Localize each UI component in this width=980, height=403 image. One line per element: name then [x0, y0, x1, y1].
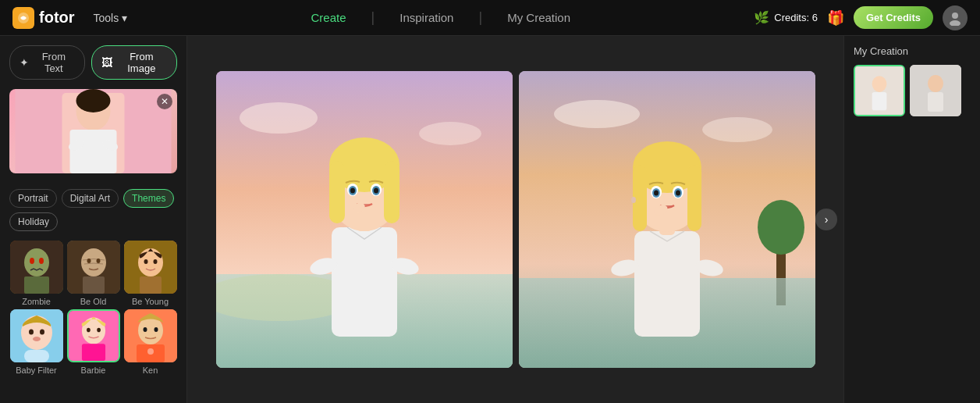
logo-text: fotor — [39, 9, 75, 27]
baby-label: Baby Filter — [16, 366, 57, 375]
content-area: › — [187, 36, 843, 403]
upload-area[interactable]: ✕ — [9, 89, 177, 173]
svg-point-22 — [144, 259, 147, 264]
mini-thumb-2[interactable] — [910, 65, 961, 116]
svg-point-38 — [143, 327, 147, 332]
result-image-2[interactable] — [519, 71, 815, 368]
svg-rect-14 — [24, 276, 49, 294]
upload-preview: ✕ — [9, 89, 177, 173]
credits-badge: 🌿 Credits: 6 — [754, 10, 818, 25]
svg-point-11 — [24, 248, 49, 276]
nav-my-creation[interactable]: My Creation — [507, 9, 570, 26]
svg-point-28 — [40, 330, 44, 335]
leaf-icon: 🌿 — [754, 10, 769, 25]
theme-baby[interactable]: Baby Filter — [9, 309, 63, 375]
svg-point-66 — [758, 200, 804, 255]
tools-button[interactable]: Tools ▾ — [94, 12, 128, 24]
svg-point-13 — [39, 258, 44, 264]
svg-point-29 — [33, 337, 41, 341]
mini-thumb-1[interactable] — [854, 65, 905, 116]
right-panel: My Creation — [843, 36, 980, 403]
theme-beold[interactable]: Be Old — [66, 241, 120, 306]
svg-point-33 — [87, 328, 91, 333]
nav-sep-2: | — [478, 9, 482, 26]
svg-point-1 — [952, 12, 958, 19]
header: fotor Tools ▾ Create | Inspiration | My … — [0, 0, 980, 36]
images-row — [207, 36, 825, 403]
logo-icon — [12, 7, 34, 29]
svg-point-16 — [81, 248, 106, 276]
style-tags: Portrait Digital Art Themes Holiday — [0, 183, 186, 237]
themes-tag[interactable]: Themes — [123, 189, 174, 208]
barbie-label: Barbie — [81, 366, 106, 375]
svg-rect-7 — [70, 130, 117, 173]
theme-zombie[interactable]: Zombie — [9, 241, 63, 306]
svg-rect-75 — [687, 165, 701, 231]
nav-sep-1: | — [371, 9, 375, 26]
credits-text: Credits: 6 — [774, 12, 818, 23]
from-image-tab[interactable]: 🖼 From Image — [91, 45, 177, 80]
holiday-tag[interactable]: Holiday — [9, 212, 58, 231]
mini-thumbs-list — [854, 65, 971, 116]
zombie-thumb — [10, 241, 63, 294]
get-credits-button[interactable]: Get Credits — [854, 6, 933, 29]
svg-rect-68 — [634, 231, 700, 337]
svg-point-63 — [554, 100, 640, 128]
svg-point-43 — [240, 102, 318, 134]
main-layout: ✦ From Text 🖼 From Image — [0, 36, 980, 403]
my-creation-title: My Creation — [854, 45, 971, 57]
beold-thumb — [67, 241, 120, 294]
svg-point-59 — [350, 188, 355, 194]
beyoung-thumb — [124, 241, 177, 294]
svg-point-41 — [147, 348, 154, 355]
svg-rect-89 — [928, 92, 943, 112]
logo[interactable]: fotor — [12, 7, 75, 29]
gift-icon[interactable]: 🎁 — [827, 9, 844, 27]
theme-beyoung[interactable]: Be Young — [123, 241, 177, 306]
svg-point-85 — [872, 76, 887, 92]
portrait-tag[interactable]: Portrait — [9, 189, 57, 208]
beold-label: Be Old — [80, 297, 107, 306]
svg-rect-35 — [81, 344, 105, 361]
nav-create[interactable]: Create — [311, 9, 346, 26]
image-icon: 🖼 — [101, 56, 112, 69]
svg-rect-19 — [83, 276, 105, 294]
from-text-tab[interactable]: ✦ From Text — [9, 45, 85, 80]
mini-thumb-row-1 — [854, 65, 971, 116]
header-nav: Create | Inspiration | My Creation — [146, 9, 735, 26]
zombie-label: Zombie — [22, 297, 51, 306]
svg-rect-86 — [872, 92, 887, 110]
close-upload-button[interactable]: ✕ — [157, 94, 172, 109]
result-image-1[interactable] — [216, 71, 513, 368]
theme-grid: Zombie Be Old — [0, 237, 186, 378]
svg-point-12 — [30, 258, 34, 264]
svg-point-81 — [676, 191, 680, 196]
svg-point-17 — [87, 259, 91, 263]
avatar[interactable] — [943, 5, 968, 30]
ken-thumb — [124, 309, 177, 362]
svg-rect-53 — [329, 161, 345, 223]
svg-point-6 — [76, 89, 111, 112]
svg-rect-24 — [140, 276, 162, 294]
svg-point-39 — [154, 327, 158, 332]
next-image-button[interactable]: › — [815, 209, 837, 230]
text-icon: ✦ — [20, 56, 29, 69]
svg-point-18 — [96, 259, 100, 263]
sidebar-tabs: ✦ From Text 🖼 From Image — [0, 36, 186, 89]
theme-barbie[interactable]: Barbie — [66, 309, 120, 375]
svg-point-23 — [153, 259, 157, 264]
svg-point-44 — [419, 122, 481, 145]
svg-point-80 — [654, 191, 659, 196]
sidebar: ✦ From Text 🖼 From Image — [0, 36, 187, 403]
nav-inspiration[interactable]: Inspiration — [399, 9, 453, 26]
svg-point-2 — [950, 20, 960, 26]
svg-point-88 — [928, 75, 943, 92]
theme-ken[interactable]: Ken — [123, 309, 177, 375]
svg-point-83 — [631, 197, 636, 203]
ken-label: Ken — [143, 366, 158, 375]
svg-point-60 — [374, 188, 378, 194]
digital-art-tag[interactable]: Digital Art — [62, 189, 119, 208]
barbie-thumb — [67, 309, 120, 362]
svg-rect-47 — [332, 227, 397, 337]
svg-point-64 — [702, 117, 772, 142]
